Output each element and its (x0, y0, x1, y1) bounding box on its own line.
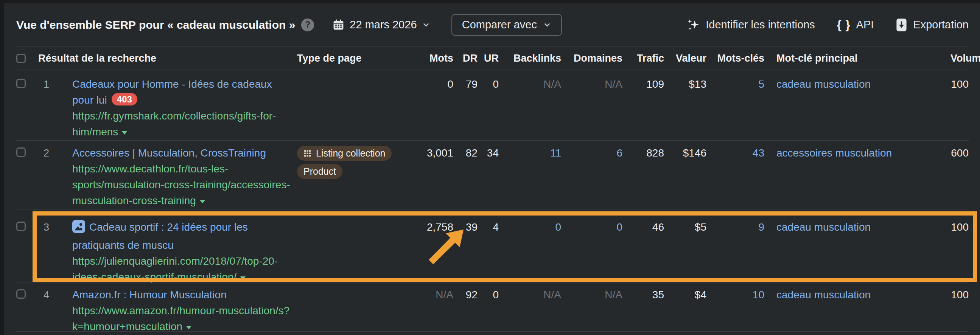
cell-backlinks[interactable]: 11 (499, 145, 561, 210)
chevron-down-icon (543, 21, 551, 29)
cell-keywords[interactable]: 5 (706, 76, 764, 141)
cell-domains[interactable]: 6 (561, 145, 622, 210)
cell-volume: 100 (950, 287, 980, 335)
column-header-backlinks[interactable]: Backlinks (499, 52, 561, 64)
cell-dr: 82 (453, 145, 477, 210)
column-header-resultat-de-la-recherche[interactable]: Résultat de la recherche (38, 52, 297, 64)
table-header-row: Résultat de la rechercheType de pageMots… (4, 46, 980, 70)
toolbar: Vue d'ensemble SERP pour « cadeau muscul… (4, 3, 980, 46)
column-header-mot-cle-principal[interactable]: Mot-clé principal (776, 52, 950, 64)
rank-number: 3 (38, 219, 67, 285)
cell-top-keyword[interactable]: accessoires musculation (776, 145, 950, 210)
row-checkbox[interactable] (16, 222, 26, 231)
caret-down-icon (121, 130, 127, 135)
caret-down-icon (240, 276, 246, 281)
page-type-badges (297, 287, 404, 335)
cell-keywords[interactable]: 9 (706, 219, 764, 285)
result-title-link[interactable]: Cadeaux pour Homme - Idées de cadeaux po… (72, 78, 272, 106)
table-row: 2Accessoires | Musculation, CrossTrainin… (4, 141, 980, 210)
cell-traffic: 35 (622, 287, 664, 335)
column-header-volume[interactable]: Volume (950, 52, 980, 64)
page-type-badges (297, 76, 404, 141)
cell-volume: 100 (950, 219, 980, 285)
page-type-badges: Listing collectionProduct (297, 145, 404, 210)
result-title-link[interactable]: Accessoires | Musculation, CrossTraining (72, 147, 266, 159)
result-url: https://fr.gymshark.com/collections/gift… (72, 110, 276, 138)
rank-number: 1 (38, 76, 67, 141)
calendar-icon (332, 19, 345, 31)
page-type-badge: Product (297, 164, 342, 179)
cell-traffic: 109 (622, 76, 664, 141)
search-result-cell: Cadeau sportif : 24 idées pour les prati… (72, 219, 297, 285)
table-row: 3Cadeau sportif : 24 idées pour les prat… (4, 210, 980, 283)
compare-with-label: Comparer avec (462, 19, 537, 31)
result-url-dropdown[interactable]: https://fr.gymshark.com/collections/gift… (72, 108, 292, 140)
cell-words: 3,001 (404, 145, 453, 210)
column-header-domaines[interactable]: Domaines (561, 52, 622, 64)
column-header-trafic[interactable]: Trafic (622, 52, 664, 64)
cell-value: $13 (664, 76, 706, 141)
api-button[interactable]: { } API (837, 18, 874, 32)
table-row: 1Cadeaux pour Homme - Idées de cadeaux p… (4, 70, 980, 141)
cell-keywords[interactable]: 10 (706, 287, 764, 335)
result-title-link[interactable]: Cadeau sportif : 24 idées pour les prati… (72, 221, 248, 251)
caret-down-icon (186, 325, 192, 330)
cell-value: $4 (664, 287, 706, 335)
cell-domains[interactable]: 0 (561, 219, 622, 285)
cell-words: 0 (404, 76, 453, 141)
cell-volume: 600 (950, 145, 980, 210)
serp-overview-panel: Vue d'ensemble SERP pour « cadeau muscul… (4, 3, 980, 335)
result-url-dropdown[interactable]: https://julienquaglierini.com/2018/07/to… (72, 253, 292, 285)
braces-icon: { } (837, 18, 851, 32)
row-checkbox[interactable] (16, 289, 26, 299)
search-result-cell: Cadeaux pour Homme - Idées de cadeaux po… (72, 76, 297, 141)
cell-top-keyword[interactable]: cadeau musculation (776, 76, 950, 141)
cell-top-keyword[interactable]: cadeau musculation (776, 287, 950, 335)
download-file-icon (896, 18, 907, 32)
export-button[interactable]: Exportation (896, 18, 969, 32)
cell-dr: 79 (453, 76, 477, 141)
column-header-type-de-page[interactable]: Type de page (297, 52, 404, 64)
column-header-mots-cles[interactable]: Mots-clés (706, 52, 764, 64)
cell-ur: 4 (477, 219, 499, 285)
cell-backlinks[interactable]: 0 (499, 219, 561, 285)
row-checkbox[interactable] (16, 148, 26, 157)
page-type-label: Product (304, 166, 336, 177)
cell-top-keyword[interactable]: cadeau musculation (776, 219, 950, 285)
column-header-dr[interactable]: DR (453, 52, 477, 64)
cell-domains: N/A (561, 76, 622, 141)
cell-traffic: 828 (622, 145, 664, 210)
caret-down-icon (199, 199, 205, 204)
cell-backlinks: N/A (499, 76, 561, 141)
table-body: 1Cadeaux pour Homme - Idées de cadeaux p… (4, 70, 980, 332)
column-header-mots[interactable]: Mots (404, 52, 453, 64)
select-all-checkbox[interactable] (16, 54, 26, 63)
chevron-down-icon (422, 21, 430, 29)
result-url-dropdown[interactable]: https://www.amazon.fr/humour-musculation… (72, 303, 292, 335)
date-picker[interactable]: 22 mars 2026 (332, 19, 430, 31)
cell-dr: 39 (453, 219, 477, 285)
cell-ur: 0 (477, 287, 499, 335)
rank-number: 4 (38, 287, 67, 335)
help-icon[interactable]: ? (301, 19, 314, 32)
compare-with-button[interactable]: Comparer avec (452, 14, 562, 36)
cell-ur: 34 (477, 145, 499, 210)
cell-keywords[interactable]: 43 (706, 145, 764, 210)
result-url-dropdown[interactable]: https://www.decathlon.fr/tous-les-sports… (72, 161, 292, 209)
identify-intents-button[interactable]: Identifier les intentions (686, 18, 815, 32)
page-type-badges (297, 219, 404, 285)
date-label: 22 mars 2026 (350, 19, 417, 31)
search-result-cell: Accessoires | Musculation, CrossTraining… (72, 145, 297, 210)
page-title: Vue d'ensemble SERP pour « cadeau muscul… (16, 19, 295, 32)
identify-intents-label: Identifier les intentions (706, 19, 815, 31)
sparkles-icon (686, 18, 700, 32)
column-header-ur[interactable]: UR (477, 52, 499, 64)
row-checkbox[interactable] (16, 79, 26, 88)
status-badge: 403 (111, 93, 137, 105)
column-header-valeur[interactable]: Valeur (664, 52, 706, 64)
cell-domains: N/A (561, 287, 622, 335)
cell-words: 2,758 (404, 219, 453, 285)
page-type-badge: Listing collection (297, 146, 391, 161)
result-title-link[interactable]: Amazon.fr : Humour Musculation (72, 289, 227, 301)
cell-ur: 0 (477, 76, 499, 141)
